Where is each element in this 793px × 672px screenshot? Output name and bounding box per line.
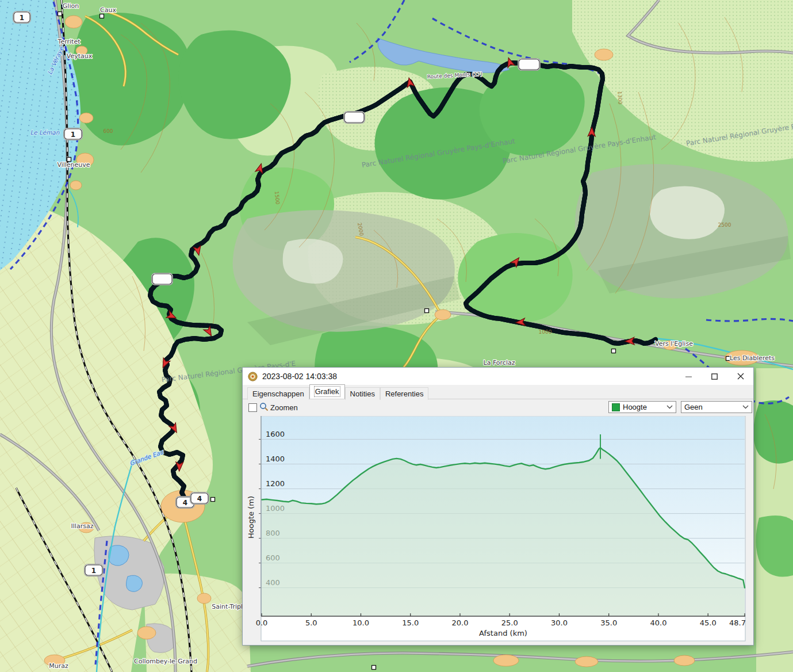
svg-text:5.0: 5.0 xyxy=(305,618,317,627)
svg-text:2500: 2500 xyxy=(718,222,731,228)
track-properties-dialog: 2023-08-02 14:03:38 Eigenschappen Grafie… xyxy=(242,367,754,646)
svg-text:Vers l'Eglise: Vers l'Eglise xyxy=(655,340,693,348)
svg-text:25.0: 25.0 xyxy=(501,618,518,627)
svg-text:Villeneuve: Villeneuve xyxy=(57,161,90,169)
svg-text:45.0: 45.0 xyxy=(700,618,717,627)
svg-text:Glion: Glion xyxy=(63,2,79,10)
tab-referenties[interactable]: Referenties xyxy=(380,387,428,400)
close-icon xyxy=(737,373,744,380)
series-select[interactable]: Hoogte xyxy=(608,401,676,413)
track-icon xyxy=(248,372,258,381)
svg-text:600: 600 xyxy=(103,128,113,134)
tab-bar: Eigenschappen Grafiek Notities Referenti… xyxy=(247,387,428,399)
tab-grafiek[interactable]: Grafiek xyxy=(309,384,345,399)
svg-text:Caux: Caux xyxy=(100,6,116,14)
minimize-icon xyxy=(685,373,692,380)
svg-text:Les Diablerets: Les Diablerets xyxy=(730,354,775,362)
app-stage: 11144 GlionCauxTerritetVeytauxVilleneuve… xyxy=(0,0,793,672)
svg-text:1: 1 xyxy=(71,131,75,139)
svg-text:4: 4 xyxy=(183,499,187,507)
maximize-icon xyxy=(711,373,718,380)
svg-text:48.7: 48.7 xyxy=(729,618,746,627)
svg-text:20.0: 20.0 xyxy=(451,618,468,627)
svg-text:Le Léman: Le Léman xyxy=(30,129,60,136)
svg-text:1300: 1300 xyxy=(617,91,623,105)
svg-text:Hoogte (m): Hoogte (m) xyxy=(247,496,255,539)
overlay-select-value: Geen xyxy=(684,403,703,411)
svg-text:Afstand (km): Afstand (km) xyxy=(479,629,527,637)
svg-text:1: 1 xyxy=(20,14,24,22)
svg-text:1200: 1200 xyxy=(266,479,285,488)
svg-text:15.0: 15.0 xyxy=(402,618,419,627)
tab-notities[interactable]: Notities xyxy=(345,387,380,400)
overlay-select[interactable]: Geen xyxy=(681,401,752,413)
dialog-titlebar[interactable]: 2023-08-02 14:03:38 xyxy=(243,368,753,385)
svg-text:Muraz: Muraz xyxy=(49,662,68,670)
svg-text:Veytaux: Veytaux xyxy=(67,52,93,60)
svg-text:35.0: 35.0 xyxy=(600,618,617,627)
svg-text:40.0: 40.0 xyxy=(650,618,666,627)
svg-text:1000: 1000 xyxy=(539,329,552,335)
close-button[interactable] xyxy=(727,368,753,385)
svg-text:1600: 1600 xyxy=(266,430,285,438)
svg-text:1400: 1400 xyxy=(266,455,285,463)
svg-text:10.0: 10.0 xyxy=(353,618,369,627)
svg-text:30.0: 30.0 xyxy=(551,618,568,627)
series-select-value: Hoogte xyxy=(623,403,647,411)
dialog-title: 2023-08-02 14:03:38 xyxy=(262,372,337,381)
minimize-button[interactable] xyxy=(676,368,702,385)
elevation-chart[interactable]: 4006008001000120014001600 0.05.010.015.0… xyxy=(246,416,746,643)
svg-text:1: 1 xyxy=(91,567,96,575)
chevron-down-icon xyxy=(742,405,749,409)
svg-text:Illarsaz: Illarsaz xyxy=(71,522,94,530)
series-color-swatch xyxy=(612,403,620,411)
svg-text:1500: 1500 xyxy=(274,191,281,205)
svg-text:4: 4 xyxy=(197,495,202,503)
zoomen-checkbox[interactable] xyxy=(248,403,257,412)
svg-text:Territet: Territet xyxy=(58,38,81,45)
maximize-button[interactable] xyxy=(702,368,727,385)
zoomen-label: Zoomen xyxy=(270,403,298,412)
svg-text:0.0: 0.0 xyxy=(256,618,268,627)
svg-text:La Forclaz: La Forclaz xyxy=(484,359,515,366)
chevron-down-icon xyxy=(666,405,673,409)
magnifier-icon xyxy=(259,402,269,411)
svg-text:Collombey-le-Grand: Collombey-le-Grand xyxy=(134,658,197,665)
tab-eigenschappen[interactable]: Eigenschappen xyxy=(247,387,309,400)
